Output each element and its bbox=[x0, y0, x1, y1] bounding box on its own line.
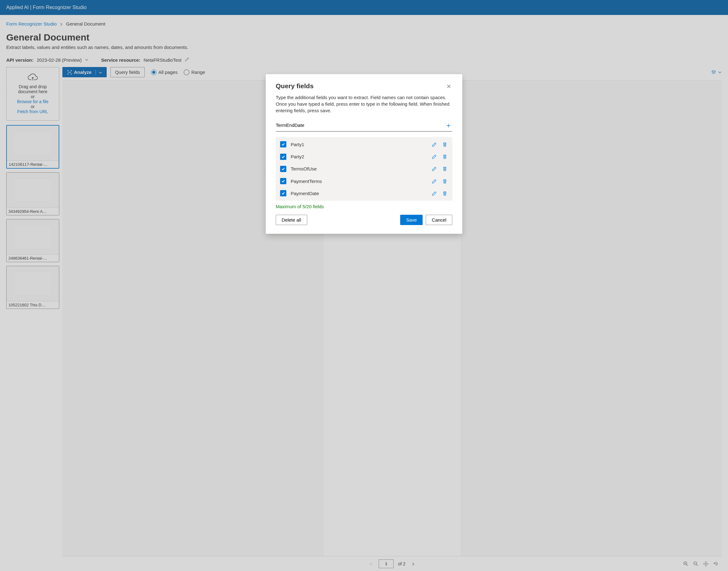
plus-icon bbox=[446, 123, 451, 128]
trash-icon bbox=[442, 166, 447, 172]
delete-all-button[interactable]: Delete all bbox=[276, 215, 307, 225]
pencil-icon bbox=[432, 191, 437, 196]
delete-field-button[interactable] bbox=[442, 165, 448, 172]
field-name-label: Party1 bbox=[291, 142, 427, 147]
field-checkbox[interactable] bbox=[280, 178, 286, 184]
field-name-label: Party2 bbox=[291, 154, 427, 159]
delete-field-button[interactable] bbox=[442, 178, 448, 184]
trash-icon bbox=[442, 179, 447, 184]
edit-field-button[interactable] bbox=[431, 165, 437, 172]
modal-overlay[interactable]: Query fields Type the additional fields … bbox=[0, 0, 728, 571]
cancel-button[interactable]: Cancel bbox=[426, 215, 452, 225]
field-input-row bbox=[276, 119, 452, 131]
check-icon bbox=[281, 179, 285, 183]
field-row: PaymentTerms bbox=[276, 175, 452, 187]
edit-field-button[interactable] bbox=[431, 153, 437, 160]
modal-actions: Delete all Save Cancel bbox=[276, 215, 452, 225]
query-fields-dialog: Query fields Type the additional fields … bbox=[266, 74, 462, 234]
edit-field-button[interactable] bbox=[431, 141, 437, 148]
delete-field-button[interactable] bbox=[442, 190, 448, 197]
field-row: PaymentDate bbox=[276, 187, 452, 200]
modal-title: Query fields bbox=[276, 82, 313, 90]
edit-field-button[interactable] bbox=[431, 178, 437, 184]
field-name-label: PaymentDate bbox=[291, 191, 427, 196]
field-count-text: Maximum of 5/20 fields bbox=[276, 204, 452, 209]
check-icon bbox=[281, 191, 285, 195]
field-list: Party1 Party2 TermsOfUse PaymentTerms Pa… bbox=[276, 137, 452, 201]
field-checkbox[interactable] bbox=[280, 166, 286, 172]
field-row: TermsOfUse bbox=[276, 163, 452, 175]
pencil-icon bbox=[432, 166, 437, 172]
add-field-button[interactable] bbox=[445, 121, 452, 129]
pencil-icon bbox=[432, 142, 437, 147]
field-row: Party1 bbox=[276, 138, 452, 150]
delete-field-button[interactable] bbox=[442, 153, 448, 160]
pencil-icon bbox=[432, 154, 437, 159]
field-checkbox[interactable] bbox=[280, 190, 286, 196]
field-name-input[interactable] bbox=[276, 121, 445, 129]
trash-icon bbox=[442, 191, 447, 196]
close-button[interactable] bbox=[445, 82, 452, 90]
pencil-icon bbox=[432, 179, 437, 184]
trash-icon bbox=[442, 142, 447, 147]
trash-icon bbox=[442, 154, 447, 159]
check-icon bbox=[281, 167, 285, 171]
field-name-label: TermsOfUse bbox=[291, 166, 427, 172]
modal-description: Type the additional fields you want to e… bbox=[276, 94, 452, 114]
check-icon bbox=[281, 142, 285, 146]
field-checkbox[interactable] bbox=[280, 141, 286, 147]
field-row: Party2 bbox=[276, 150, 452, 163]
check-icon bbox=[281, 155, 285, 159]
edit-field-button[interactable] bbox=[431, 190, 437, 197]
save-button[interactable]: Save bbox=[400, 215, 423, 225]
delete-field-button[interactable] bbox=[442, 141, 448, 148]
field-name-label: PaymentTerms bbox=[291, 179, 427, 184]
field-checkbox[interactable] bbox=[280, 154, 286, 160]
close-icon bbox=[447, 84, 451, 89]
